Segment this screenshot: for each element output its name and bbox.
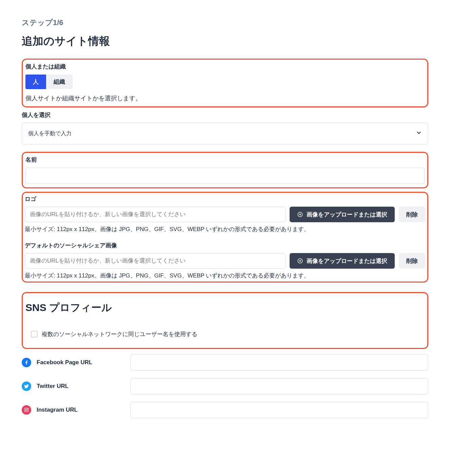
plus-circle-icon: [297, 258, 303, 264]
logo-label: ロゴ: [25, 195, 425, 204]
media-section: ロゴ 画像をアップロードまたは選択 削除 最小サイズ: 112px x 112p…: [22, 192, 428, 283]
facebook-row: Facebook Page URL: [22, 354, 428, 371]
sns-title: SNS プロフィール: [25, 300, 425, 315]
person-or-org-section: 個人または組織 人 組織 個人サイトか組織サイトかを選択します。: [22, 59, 428, 107]
logo-url-input[interactable]: [25, 207, 286, 222]
share-image-upload-label: 画像をアップロードまたは選択: [307, 257, 387, 265]
twitter-input[interactable]: [130, 378, 428, 394]
facebook-label: Facebook Page URL: [37, 358, 125, 367]
select-person-value: 個人を手動で入力: [28, 129, 72, 138]
name-label: 名前: [25, 156, 425, 164]
twitter-icon: [22, 381, 31, 391]
page-title: 追加のサイト情報: [22, 33, 428, 49]
logo-upload-label: 画像をアップロードまたは選択: [307, 211, 387, 219]
logo-hint: 最小サイズ: 112px x 112px。画像は JPG、PNG、GIF、SVG…: [25, 225, 425, 234]
share-image-upload-button[interactable]: 画像をアップロードまたは選択: [290, 253, 395, 269]
svg-point-7: [26, 409, 27, 411]
toggle-person-button[interactable]: 人: [25, 75, 46, 89]
person-or-org-toggle: 人 組織: [25, 75, 73, 89]
same-username-label: 複数のソーシャルネットワークに同じユーザー名を使用する: [42, 330, 197, 339]
logo-delete-button[interactable]: 削除: [399, 207, 425, 222]
logo-upload-button[interactable]: 画像をアップロードまたは選択: [290, 207, 395, 222]
name-section: 名前: [22, 152, 428, 188]
chevron-down-icon: [416, 128, 422, 139]
person-or-org-label: 個人または組織: [25, 62, 425, 71]
instagram-icon: [22, 405, 31, 415]
step-indicator: ステップ1/6: [22, 17, 428, 28]
share-image-delete-button[interactable]: 削除: [399, 253, 425, 269]
svg-point-8: [27, 409, 28, 409]
instagram-input[interactable]: [130, 402, 428, 418]
name-input[interactable]: [25, 168, 425, 184]
select-person-label: 個人を選択: [22, 111, 428, 120]
same-username-checkbox[interactable]: [31, 331, 38, 337]
share-image-url-input[interactable]: [25, 253, 286, 269]
facebook-icon: [22, 358, 31, 367]
share-image-label: デフォルトのソーシャルシェア画像: [25, 241, 425, 250]
select-person-group: 個人を選択 個人を手動で入力: [22, 111, 428, 145]
toggle-org-button[interactable]: 組織: [46, 75, 73, 89]
select-person-dropdown[interactable]: 個人を手動で入力: [22, 123, 428, 144]
twitter-row: Twitter URL: [22, 378, 428, 394]
twitter-label: Twitter URL: [37, 382, 125, 391]
share-image-hint: 最小サイズ: 112px x 112px。画像は JPG、PNG、GIF、SVG…: [25, 271, 425, 280]
sns-section: SNS プロフィール 複数のソーシャルネットワークに同じユーザー名を使用する: [22, 292, 428, 349]
plus-circle-icon: [297, 211, 303, 218]
person-or-org-help: 個人サイトか組織サイトかを選択します。: [25, 94, 425, 103]
instagram-row: Instagram URL: [22, 402, 428, 418]
instagram-label: Instagram URL: [37, 406, 125, 414]
facebook-input[interactable]: [130, 354, 428, 371]
